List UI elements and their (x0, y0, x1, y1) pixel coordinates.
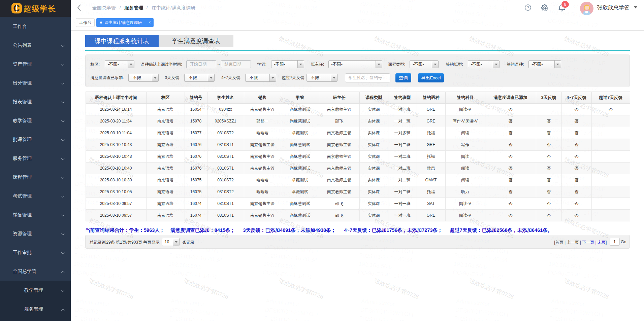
svg-text:超级学长: 超级学长 (23, 4, 56, 13)
svg-text:?: ? (527, 6, 529, 10)
